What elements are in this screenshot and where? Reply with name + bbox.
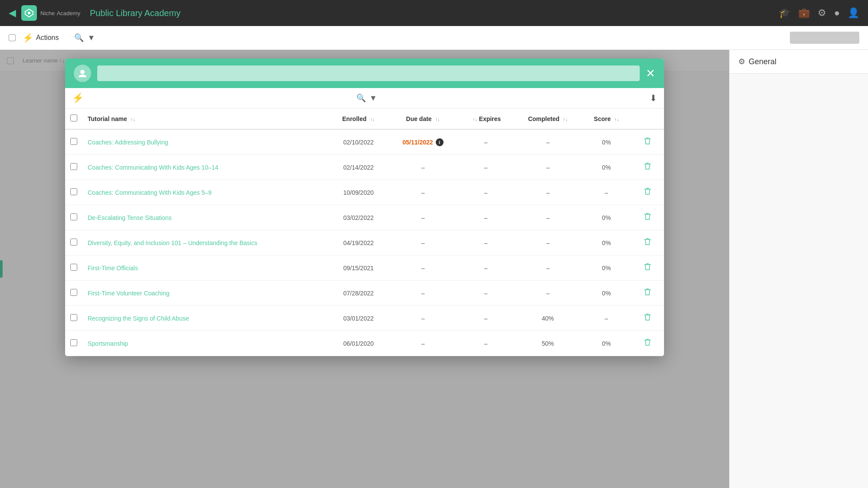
delete-button-5[interactable] <box>641 261 654 275</box>
user-name-input[interactable] <box>97 66 640 81</box>
tutorial-name-link[interactable]: Recognizing the Signs of Child Abuse <box>88 315 189 322</box>
graduation-icon[interactable]: 🎓 <box>779 7 790 19</box>
delete-button-0[interactable] <box>641 135 654 149</box>
right-panel: ⚙ General <box>729 50 868 488</box>
row-checkbox-cell <box>65 281 82 306</box>
delete-cell <box>631 306 664 331</box>
due-date-cell: – <box>388 155 458 180</box>
table-row: Diversity, Equity, and Inclusion 101 – U… <box>65 230 664 255</box>
close-button[interactable]: ✕ <box>646 68 655 79</box>
due-date-cell: – <box>388 205 458 230</box>
tutorial-name-link[interactable]: First-Time Officials <box>88 265 138 272</box>
modal-avatar <box>74 65 91 82</box>
left-table-area: Learner name ↑↓ Enrolled ↑↓ Completed ↑↓… <box>0 50 729 488</box>
select-all-tutorials[interactable] <box>70 115 77 121</box>
nav-right: 🎓 💼 ⚙ ● 👤 <box>779 7 859 19</box>
tutorial-name-link[interactable]: De-Escalating Tense Situations <box>88 214 172 221</box>
score-cell: 0% <box>582 281 631 306</box>
actions-button[interactable]: ⚡ Actions <box>23 33 59 43</box>
score-cell: 0% <box>582 205 631 230</box>
tutorials-table-container: Tutorial name ↑↓ Enrolled ↑↓ Due date ↑↓… <box>65 108 664 356</box>
row-checkbox-7[interactable] <box>70 314 77 321</box>
header-score[interactable]: Score ↑↓ <box>582 108 631 129</box>
completed-cell: – <box>513 155 582 180</box>
tutorial-name-cell: Coaches: Addressing Bullying <box>82 129 329 155</box>
overdue-info-icon[interactable]: i <box>436 138 444 146</box>
lightning-icon: ⚡ <box>23 33 33 43</box>
modal-filter-icon[interactable]: ▼ <box>369 94 377 103</box>
tutorial-name-cell: Diversity, Equity, and Inclusion 101 – U… <box>82 230 329 255</box>
completed-cell: – <box>513 180 582 205</box>
due-date-cell: – <box>388 281 458 306</box>
search-icon[interactable]: 🔍 <box>74 33 84 43</box>
delete-cell <box>631 205 664 230</box>
tutorial-name-link[interactable]: Coaches: Addressing Bullying <box>88 139 168 146</box>
score-cell: – <box>582 180 631 205</box>
header-enrolled[interactable]: Enrolled ↑↓ <box>329 108 388 129</box>
tutorial-name-link[interactable]: Coaches: Communicating With Kids Ages 5–… <box>88 189 212 196</box>
delete-button-2[interactable] <box>641 186 654 199</box>
tutorial-name-link[interactable]: Diversity, Equity, and Inclusion 101 – U… <box>88 239 257 246</box>
delete-button-8[interactable] <box>641 337 654 350</box>
tutorial-name-link[interactable]: Sportsmanship <box>88 340 128 347</box>
modal-search-icon[interactable]: 🔍 <box>356 93 366 103</box>
row-checkbox-cell <box>65 129 82 155</box>
score-cell: 0% <box>582 331 631 356</box>
delete-button-4[interactable] <box>641 236 654 249</box>
tutorial-name-link[interactable]: First-Time Volunteer Coaching <box>88 290 170 297</box>
header-completed[interactable]: Completed ↑↓ <box>513 108 582 129</box>
expires-cell: – <box>458 129 513 155</box>
row-checkbox-cell <box>65 331 82 356</box>
enrolled-cell: 03/01/2022 <box>329 306 388 331</box>
modal-toolbar: ⚡ 🔍 ▼ ⬇ <box>65 88 664 108</box>
back-button[interactable]: ◀ <box>9 7 16 19</box>
tutorial-name-cell: De-Escalating Tense Situations <box>82 205 329 230</box>
circle-icon[interactable]: ● <box>834 7 840 19</box>
filter-icon[interactable]: ▼ <box>87 33 95 43</box>
user-icon[interactable]: 👤 <box>848 7 859 19</box>
row-checkbox-5[interactable] <box>70 264 77 271</box>
delete-cell <box>631 281 664 306</box>
row-checkbox-8[interactable] <box>70 339 77 346</box>
enrolled-cell: 02/14/2022 <box>329 155 388 180</box>
tutorial-name-cell: Coaches: Communicating With Kids Ages 10… <box>82 155 329 180</box>
delete-cell <box>631 155 664 180</box>
delete-button-7[interactable] <box>641 311 654 325</box>
delete-button-3[interactable] <box>641 211 654 224</box>
nav-left: ◀ Niche Academy Public Library Academy <box>9 5 181 21</box>
expires-cell: – <box>458 180 513 205</box>
row-checkbox-1[interactable] <box>70 163 77 170</box>
row-checkbox-0[interactable] <box>70 138 77 145</box>
modal-download-icon[interactable]: ⬇ <box>650 93 657 103</box>
delete-button-1[interactable] <box>641 160 654 174</box>
row-checkbox-3[interactable] <box>70 213 77 220</box>
header-due-date[interactable]: Due date ↑↓ <box>388 108 458 129</box>
score-cell: 0% <box>582 155 631 180</box>
completed-cell: – <box>513 281 582 306</box>
overdue-date: 05/11/2022 <box>403 139 433 146</box>
header-expires[interactable]: ↑↓ Expires <box>458 108 513 129</box>
user-tutorials-modal: ✕ ⚡ 🔍 ▼ ⬇ <box>65 59 664 356</box>
row-checkbox-2[interactable] <box>70 188 77 195</box>
row-checkbox-6[interactable] <box>70 289 77 296</box>
settings-icon[interactable]: ⚙ <box>818 7 826 19</box>
completed-cell: – <box>513 255 582 281</box>
actions-label: Actions <box>36 34 59 42</box>
expires-cell: – <box>458 205 513 230</box>
expires-cell: – <box>458 155 513 180</box>
tutorial-name-link[interactable]: Coaches: Communicating With Kids Ages 10… <box>88 164 218 171</box>
enrolled-cell: 07/28/2022 <box>329 281 388 306</box>
header-tutorial-name[interactable]: Tutorial name ↑↓ <box>82 108 329 129</box>
tutorial-name-cell: First-Time Officials <box>82 255 329 281</box>
header-checkbox-cell <box>65 108 82 129</box>
table-row: Coaches: Communicating With Kids Ages 5–… <box>65 180 664 205</box>
due-date-cell: – <box>388 180 458 205</box>
right-panel-label <box>790 32 859 44</box>
modal-search-area: 🔍 ▼ <box>356 93 377 103</box>
row-checkbox-4[interactable] <box>70 239 77 246</box>
delete-button-6[interactable] <box>641 286 654 300</box>
briefcase-icon[interactable]: 💼 <box>798 7 810 19</box>
table-row: Coaches: Communicating With Kids Ages 10… <box>65 155 664 180</box>
select-all-checkbox[interactable] <box>9 34 16 41</box>
expires-cell: – <box>458 255 513 281</box>
